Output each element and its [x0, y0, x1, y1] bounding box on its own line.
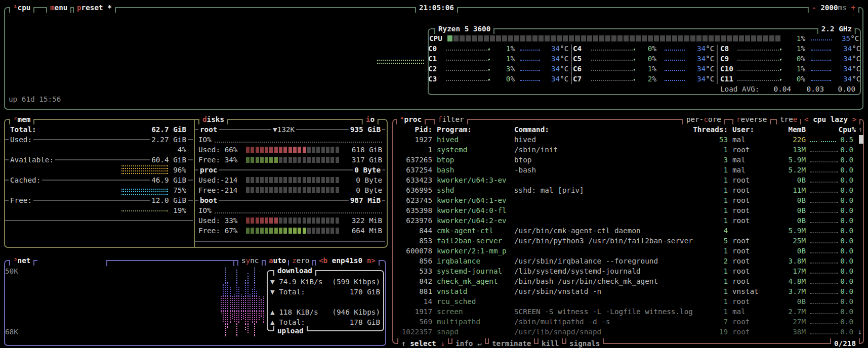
process-row-842-command[interactable]: /bin/bash /usr/bin/check_mk_agent: [514, 276, 658, 286]
meter-block: [283, 228, 287, 234]
process-row-1927-pid[interactable]: 1927: [415, 135, 432, 145]
reverse-button[interactable]: reverse: [732, 114, 771, 124]
process-row-623976-program[interactable]: kworker/u64:2-ev: [437, 215, 507, 226]
meter-block: [336, 157, 339, 163]
io-button[interactable]: io: [362, 114, 379, 124]
process-row-14-pid[interactable]: 14: [424, 296, 432, 307]
process-row-569-pid[interactable]: 569: [419, 317, 432, 327]
process-row-1917-command[interactable]: SCREEN -S witness -L -Logfile witness.lo…: [514, 307, 693, 317]
menu-button[interactable]: menu: [46, 3, 71, 13]
info-button[interactable]: info ↵: [451, 338, 486, 348]
core-pct-C5: 0%: [648, 54, 656, 64]
process-row-533-user: root: [732, 266, 750, 276]
process-row-1-program[interactable]: systemd: [437, 145, 467, 155]
process-row-600078-pid[interactable]: 600078: [406, 246, 432, 256]
process-row-853-program[interactable]: fail2ban-server: [437, 236, 502, 246]
process-row-844-program[interactable]: cmk-agent-ctl: [437, 226, 493, 236]
process-row-623745-pid[interactable]: 623745: [406, 195, 432, 205]
process-row-533-program[interactable]: systemd-journal: [437, 266, 502, 276]
per-core-button[interactable]: per-core: [682, 114, 725, 124]
disks-section-divider: [195, 241, 385, 242]
sync-button[interactable]: sync: [237, 255, 263, 266]
interface-button[interactable]: <b enp41s0 n>: [315, 255, 380, 266]
process-row-1-pid[interactable]: 1: [428, 145, 432, 155]
process-row-637254-program[interactable]: bash: [437, 165, 454, 175]
process-row-853-command[interactable]: /usr/bin/python3 /usr/bin/fail2ban-serve…: [514, 236, 693, 246]
process-row-881-pid[interactable]: 881: [419, 286, 432, 296]
process-row-1022357-mem: 38M: [793, 327, 806, 337]
process-row-1022357-program[interactable]: snapd: [437, 327, 459, 337]
process-row-1-command[interactable]: /sbin/init: [514, 145, 558, 155]
process-row-844-command[interactable]: /usr/bin/cmk-agent-ctl daemon: [514, 226, 641, 236]
proc-mem-graph: [810, 323, 838, 324]
zero-button[interactable]: zero: [288, 255, 313, 266]
scroll-down-arrow[interactable]: ↓: [857, 327, 862, 337]
process-row-600078-program[interactable]: kworker/2:1-mm_p: [437, 246, 507, 256]
core-usage-graph: [591, 70, 635, 71]
process-row-1022357-mem-part: 38M: [793, 327, 806, 337]
process-row-635398-pid-part: 635398: [406, 205, 432, 215]
process-row-881-command[interactable]: /usr/sbin/vnstatd -n: [514, 286, 601, 296]
process-row-637265-command[interactable]: btop: [514, 155, 531, 165]
meter-block: [269, 218, 273, 224]
process-row-1917-pid[interactable]: 1917: [415, 307, 432, 317]
process-row-623976-pid[interactable]: 623976: [406, 215, 432, 226]
preset-button[interactable]: preset *: [73, 3, 116, 13]
process-row-633423-program[interactable]: kworker/u64:3-ev: [437, 175, 507, 185]
core-temp-C0: 34°C: [551, 44, 568, 54]
process-row-1917-program[interactable]: screen: [437, 307, 463, 317]
process-row-1022357-pid[interactable]: 1022357: [402, 327, 432, 337]
process-row-636995-program[interactable]: sshd: [437, 185, 454, 195]
process-row-623745-program[interactable]: kworker/u64:1-ev: [437, 195, 507, 205]
proc-position-text: 0/218: [834, 338, 856, 348]
process-row-633423-pid[interactable]: 633423: [406, 175, 432, 185]
update-interval[interactable]: - 2000ms +: [808, 3, 859, 13]
process-row-842-command-part: /bin/bash /usr/bin/check_mk_agent: [514, 276, 658, 286]
process-row-623976-mem: 0B: [797, 215, 806, 226]
process-row-635398-program[interactable]: kworker/u64:0-fl: [437, 205, 507, 215]
process-row-637254-command[interactable]: -bash: [514, 165, 536, 175]
process-row-1022357-command[interactable]: /usr/lib/snapd/snapd: [514, 327, 601, 337]
meter-block: [298, 147, 301, 153]
process-row-853-pid[interactable]: 853: [419, 236, 432, 246]
core-temp-graph: [520, 50, 540, 51]
meter-block: [303, 218, 306, 224]
process-row-637265-program[interactable]: btop: [437, 155, 454, 165]
process-row-533-pid[interactable]: 533: [419, 266, 432, 276]
sort-button[interactable]: < cpu lazy >: [800, 114, 860, 124]
process-row-842-program[interactable]: check_mk_agent: [437, 276, 498, 286]
process-row-533-command[interactable]: /lib/systemd/systemd-journald: [514, 266, 641, 276]
process-row-14-program[interactable]: rcu_sched: [437, 296, 476, 307]
scroll-up-arrow[interactable]: ↑: [858, 124, 862, 135]
process-row-1022357-cpu-part: 0.0: [840, 327, 853, 337]
process-row-569-program[interactable]: multipathd: [437, 317, 480, 327]
process-row-842-pid[interactable]: 842: [419, 276, 432, 286]
process-row-881-program[interactable]: vnstatd: [437, 286, 467, 296]
process-row-844-pid[interactable]: 844: [419, 226, 432, 236]
auto-button[interactable]: auto: [265, 255, 290, 266]
process-row-1927-command[interactable]: hived: [514, 135, 536, 145]
scrollbar-thumb[interactable]: [859, 135, 863, 144]
signals-button[interactable]: signals: [565, 338, 604, 348]
meter-block: [293, 157, 297, 163]
process-row-637265-pid[interactable]: 637265: [406, 155, 432, 165]
net-upload-graph: [250, 311, 251, 320]
process-row-856-pid[interactable]: 856: [419, 256, 432, 266]
process-row-856-program[interactable]: irqbalance: [437, 256, 480, 266]
process-row-856-command[interactable]: /usr/sbin/irqbalance --foreground: [514, 256, 658, 266]
core-pct-C9: 0%: [797, 54, 805, 64]
process-row-636995-command[interactable]: sshd: mal [priv]: [514, 185, 584, 195]
meter-block: [274, 218, 278, 224]
process-row-637254-pid[interactable]: 637254: [406, 165, 432, 175]
select-button[interactable]: ↑ select ↓: [397, 338, 449, 348]
process-row-1927-program[interactable]: hived: [437, 135, 459, 145]
core-temp-graph: [665, 50, 685, 51]
net-upload-graph: [241, 311, 242, 320]
filter-button[interactable]: filter: [434, 114, 468, 124]
kill-button[interactable]: kill: [538, 338, 563, 348]
process-row-636995-pid[interactable]: 636995: [406, 185, 432, 195]
tree-button[interactable]: tree: [776, 114, 801, 124]
terminate-button[interactable]: terminate: [488, 338, 535, 348]
process-row-635398-pid[interactable]: 635398: [406, 205, 432, 215]
process-row-569-command[interactable]: /sbin/multipathd -d -s: [514, 317, 610, 327]
